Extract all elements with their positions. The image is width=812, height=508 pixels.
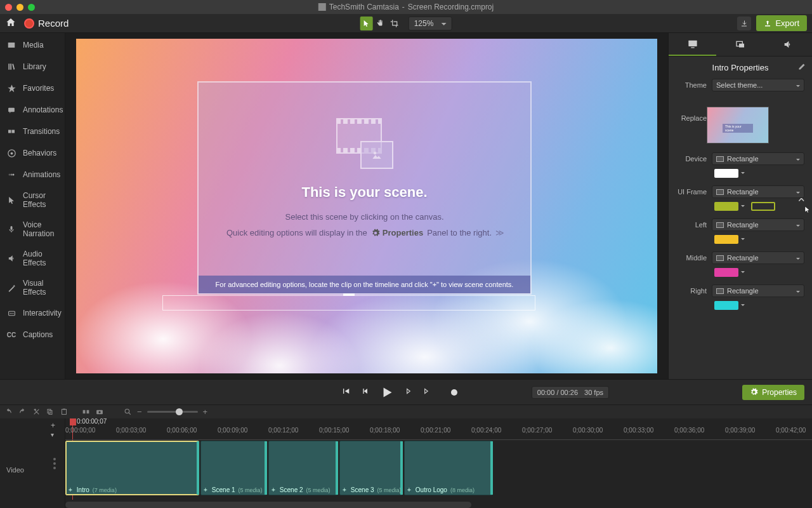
zoom-out-button[interactable]: −	[137, 407, 142, 417]
outline-color-chip[interactable]	[751, 202, 775, 211]
zoom-select[interactable]: 125%	[409, 17, 452, 30]
collapse-tracks-button[interactable]: ▾	[51, 431, 54, 438]
prev-clip-button[interactable]	[341, 386, 351, 398]
theme-select[interactable]: Select theme...	[712, 79, 804, 91]
properties-button[interactable]: Properties	[742, 385, 804, 400]
visual-properties-tab[interactable]	[669, 33, 716, 56]
sidebar-item-visual-effects[interactable]: Visual Effects	[0, 273, 65, 302]
copy-button[interactable]	[46, 408, 55, 417]
sidebar-item-media[interactable]: Media	[0, 34, 65, 56]
ruler-tick: 0;00:15;00	[319, 427, 349, 434]
snapshot-button[interactable]	[95, 408, 104, 417]
shape-select[interactable]: Rectangle	[712, 185, 804, 198]
scene-frame[interactable]: This is your scene. Select this scene by…	[197, 81, 532, 295]
cc-icon: CC	[6, 330, 16, 340]
download-button[interactable]	[737, 17, 751, 30]
sidebar-item-label: Audio Effects	[23, 250, 58, 267]
split-button[interactable]	[81, 408, 90, 417]
clip-edge-handle[interactable]	[197, 441, 199, 495]
ruler-tick: 0;00:27;00	[522, 427, 552, 434]
shape-select[interactable]: Rectangle	[712, 152, 804, 165]
playhead-time: 0:00:00;07	[77, 418, 107, 425]
fill-color-chip[interactable]	[714, 169, 738, 178]
shape-select[interactable]: Rectangle	[712, 251, 804, 264]
add-track-button[interactable]: +	[51, 421, 55, 430]
record-button[interactable]: Record	[24, 18, 69, 29]
scene-instructions: Quick editing options will display in th…	[199, 228, 530, 237]
svg-point-26	[98, 411, 100, 413]
track-options-icon[interactable]	[53, 458, 56, 469]
timeline-zoom-slider[interactable]	[147, 411, 198, 413]
maximize-window-button[interactable]	[28, 4, 35, 11]
audio-properties-tab[interactable]	[764, 33, 812, 56]
ruler-tick: 0;00:39;00	[725, 427, 755, 434]
edit-properties-icon[interactable]	[798, 63, 806, 72]
sidebar-item-audio-effects[interactable]: Audio Effects	[0, 244, 65, 273]
home-button[interactable]	[5, 17, 16, 29]
sidebar-item-cursor-effects[interactable]: Cursor Effects	[0, 185, 65, 215]
timeline-scrollbar[interactable]	[65, 502, 471, 508]
shape-select[interactable]: Rectangle	[712, 218, 804, 231]
close-window-button[interactable]	[5, 4, 12, 11]
cut-button[interactable]	[32, 408, 41, 417]
tool-sidebar: MediaLibraryFavoritesAnnotationsTransiti…	[0, 33, 65, 379]
undo-button[interactable]	[4, 408, 13, 417]
clip-edge-handle[interactable]	[336, 441, 338, 495]
svg-rect-16	[691, 47, 694, 48]
group-label: Right	[676, 287, 707, 295]
sidebar-item-animations[interactable]: Animations	[0, 164, 65, 185]
canvas-preview[interactable]: This is your scene. Select this scene by…	[76, 39, 657, 373]
timeline-clip[interactable]: +Outro Logo(8 media)	[404, 441, 493, 495]
zoom-fit-button[interactable]	[123, 408, 132, 417]
svg-rect-23	[82, 410, 85, 413]
timeline-clip[interactable]: +Scene 2(5 media)	[268, 441, 338, 495]
crop-tool[interactable]	[388, 17, 401, 30]
lower-third-selection[interactable]	[162, 295, 535, 311]
scene-advanced-bar: For advanced editing options, locate the…	[199, 276, 530, 293]
clip-edge-handle[interactable]	[490, 441, 493, 495]
effects-properties-tab[interactable]	[716, 33, 764, 56]
group-label: Middle	[676, 254, 707, 262]
record-icon	[24, 18, 34, 29]
sidebar-item-annotations[interactable]: Annotations	[0, 99, 65, 121]
sidebar-item-behaviors[interactable]: Behaviors	[0, 142, 65, 164]
pan-tool[interactable]	[374, 17, 387, 30]
sidebar-item-favorites[interactable]: Favorites	[0, 77, 65, 99]
timeline-track-header: + ▾ Video	[0, 418, 65, 508]
timeline-tracks[interactable]: 0:00:00;07 0;00:00;000;00:03;000;00:06;0…	[65, 418, 812, 508]
fill-color-chip[interactable]	[714, 301, 738, 310]
time-ruler[interactable]: 0;00:00;000;00:03;000;00:06;000;00:09;00…	[65, 425, 812, 440]
minimize-window-button[interactable]	[16, 4, 23, 11]
redo-button[interactable]	[18, 408, 27, 417]
clip-edge-handle[interactable]	[265, 441, 267, 495]
window-controls	[0, 4, 35, 11]
timeline-clip[interactable]: +Scene 1(5 media)	[200, 441, 267, 495]
marker-button[interactable]	[451, 389, 457, 396]
fill-color-chip[interactable]	[714, 235, 738, 244]
group-label: UI Frame	[676, 188, 707, 196]
export-button[interactable]: Export	[756, 15, 807, 31]
timeline-clip[interactable]: +Scene 3(5 media)	[339, 441, 403, 495]
sidebar-item-library[interactable]: Library	[0, 56, 65, 77]
clip-label: +Scene 3(5 media)	[343, 486, 402, 493]
zoom-in-button[interactable]: +	[203, 407, 208, 417]
panel-title: Intro Properties	[712, 63, 769, 72]
step-forward-button[interactable]	[404, 387, 413, 398]
next-clip-button[interactable]	[422, 387, 431, 398]
step-back-button[interactable]	[360, 386, 370, 398]
sidebar-item-captions[interactable]: CCCaptions	[0, 324, 65, 345]
timeline-clip[interactable]: +Intro(7 media)	[65, 441, 199, 495]
scene-subtitle: Select this scene by clicking on the can…	[199, 212, 530, 222]
sidebar-item-voice-narration[interactable]: Voice Narration	[0, 215, 65, 244]
shape-select[interactable]: Rectangle	[712, 284, 804, 297]
fill-color-chip[interactable]	[714, 202, 738, 211]
timeline: + ▾ Video 0:00:00;07 0;00:00;000;00:03;0…	[0, 418, 812, 508]
sidebar-item-interactivity[interactable]: Interactivity	[0, 302, 65, 324]
sidebar-item-transitions[interactable]: Transitions	[0, 121, 65, 142]
play-button[interactable]	[379, 384, 395, 401]
chevron-right-icon: ≫	[495, 228, 502, 237]
paste-button[interactable]	[60, 408, 69, 417]
fill-color-chip[interactable]	[714, 268, 738, 277]
replace-thumbnail[interactable]	[707, 107, 769, 144]
select-tool[interactable]	[360, 17, 373, 30]
